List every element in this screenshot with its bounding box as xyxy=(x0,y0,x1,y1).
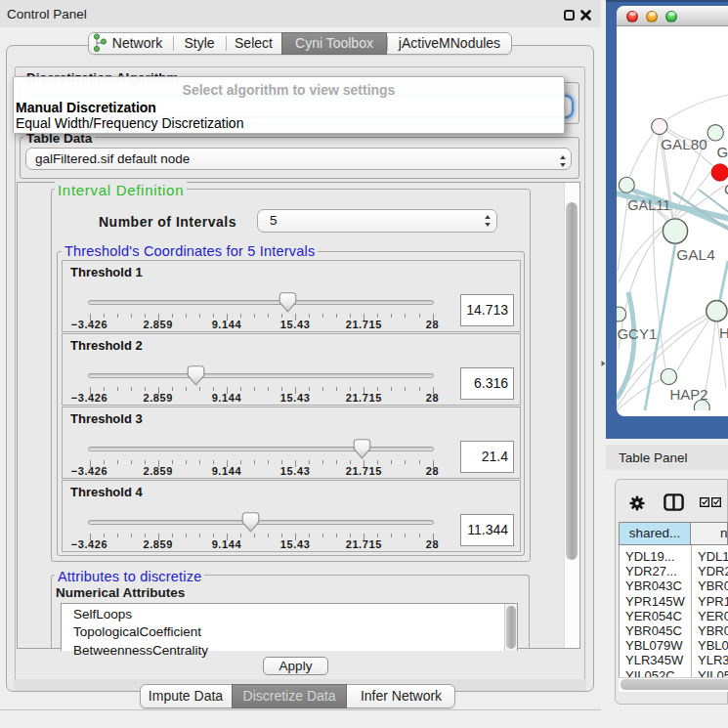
svg-text:GAL11: GAL11 xyxy=(627,197,670,213)
svg-text:HAP2: HAP2 xyxy=(670,386,708,403)
svg-text:GAL4: GAL4 xyxy=(676,246,715,263)
svg-text:CDC1: CDC1 xyxy=(724,181,728,197)
svg-text:GAL80: GAL80 xyxy=(661,136,707,152)
svg-text:GCY1: GCY1 xyxy=(617,325,657,342)
svg-text:GAL2: GAL2 xyxy=(717,144,728,160)
svg-text:HAP: HAP xyxy=(719,324,728,341)
